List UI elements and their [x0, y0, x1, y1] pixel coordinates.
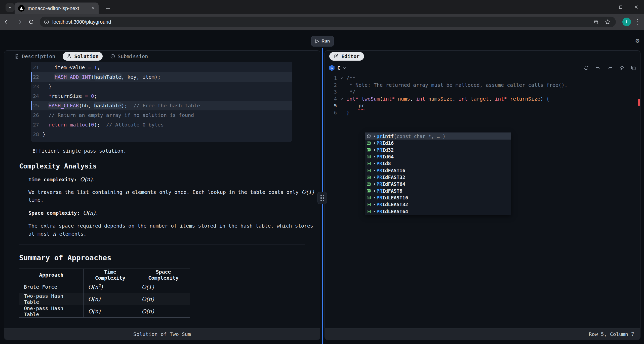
solution-code-line-26: 26 // Return an empty array if no soluti… [31, 110, 292, 120]
constant-suggestion-icon [367, 175, 371, 180]
table-cell: O(n) [84, 293, 137, 305]
browser-tab[interactable]: monaco-editor-lsp-next [15, 3, 99, 14]
language-chevron-icon[interactable] [343, 66, 346, 70]
constant-suggestion-icon [367, 209, 371, 214]
solution-code-line-27: 27 return malloc(0); // Allocate 0 bytes [31, 120, 292, 130]
constant-suggestion-icon [367, 182, 371, 186]
editor-line-5[interactable]: 5 pr [325, 102, 640, 109]
fold-chevron-icon[interactable] [340, 97, 343, 101]
settings-gear-icon[interactable]: ⚙ [635, 37, 639, 44]
close-window-button[interactable] [628, 0, 644, 14]
site-favicon [18, 5, 25, 12]
line-number: 21 [31, 63, 43, 72]
editor-line-3[interactable]: 3 */ [325, 89, 640, 96]
language-selector-label[interactable]: C [337, 65, 340, 71]
table-cell: One-pass Hash Table [19, 305, 84, 318]
url-text[interactable]: localhost:3000/playground [52, 19, 593, 25]
browser-tabstrip: monaco-editor-lsp-next [0, 0, 644, 14]
editor-line-6[interactable]: 6} [325, 109, 640, 116]
tab-submission-label: Submission [118, 53, 148, 59]
suggestion-PRId32[interactable]: •PRId32 [365, 146, 511, 153]
tab-search-button[interactable] [6, 3, 15, 12]
solution-code-line-21: 21 item→value = 1; [31, 63, 292, 72]
fold-chevron-icon[interactable] [340, 76, 343, 80]
run-button[interactable]: Run [311, 36, 334, 47]
plus-icon [106, 6, 110, 11]
address-bar[interactable]: localhost:3000/playground [40, 17, 616, 27]
tab-solution[interactable]: Solution [63, 52, 102, 61]
copy-code-button[interactable] [631, 65, 636, 71]
editor-line-4[interactable]: 4int* twoSum(int* nums, int numsSize, in… [325, 96, 640, 103]
tab-title: monaco-editor-lsp-next [28, 6, 88, 11]
browser-menu-button[interactable] [633, 17, 641, 27]
edit-pencil-icon [334, 54, 339, 59]
tab-submission[interactable]: Submission [106, 52, 152, 61]
redo-button[interactable] [607, 65, 613, 71]
solution-content[interactable]: 21 item→value = 1;22 HASH_ADD_INT(hashTa… [4, 62, 320, 340]
editor-toolbar: C C [325, 62, 640, 74]
line-number: 24 [31, 91, 43, 101]
suggestion-PRId64[interactable]: •PRId64 [365, 153, 511, 160]
window-controls [597, 0, 644, 14]
editor-line-number: 6 [325, 109, 337, 116]
suggestion-PRIdFAST64[interactable]: •PRIdFAST64 [365, 181, 511, 187]
suggestion-printf[interactable]: •printf(const char *, … ) [365, 133, 511, 140]
minimize-button[interactable] [597, 0, 613, 14]
profile-avatar[interactable]: f [622, 18, 631, 26]
line-number: 28 [31, 130, 43, 139]
table-cell: O(n) [137, 293, 190, 305]
table-cell: Two-pass Hash Table [19, 293, 84, 305]
solution-footer-title: Solution of Two Sum [133, 331, 191, 337]
tab-editor[interactable]: Editor [329, 52, 364, 61]
text-cursor [365, 103, 365, 109]
site-info-icon[interactable] [44, 19, 49, 25]
tab-editor-label: Editor [341, 53, 359, 59]
table-row: One-pass Hash TableO(n)O(n) [19, 305, 190, 318]
svg-text:C: C [331, 66, 333, 70]
bookmark-star-icon[interactable] [605, 19, 611, 25]
cursor-position-status: Row 5, Column 7 [589, 331, 634, 337]
complexity-analysis-heading: Complexity Analysis [19, 162, 320, 170]
panel-resize-handle[interactable] [317, 192, 327, 204]
table-header-space-complexity: Space Complexity [137, 269, 190, 281]
monaco-editor[interactable]: 1/**2 * Note: The returned array must be… [325, 74, 640, 340]
editor-line-2[interactable]: 2 * Note: The returned array must be mal… [325, 82, 640, 89]
editor-line-1[interactable]: 1/** [325, 75, 640, 82]
suggestion-PRIdLEAST16[interactable]: •PRIdLEAST16 [365, 194, 511, 201]
application-window: monaco-editor-lsp-next localhost:3000/pl… [0, 0, 644, 344]
constant-suggestion-icon [367, 189, 371, 193]
line-number: 26 [31, 110, 43, 120]
reset-code-button[interactable] [584, 65, 589, 71]
solution-note: Efficient single-pass solution. [32, 148, 320, 154]
constant-suggestion-icon [367, 148, 371, 152]
suggestion-PRIdLEAST32[interactable]: •PRIdLEAST32 [365, 201, 511, 208]
suggestion-PRIdLEAST64[interactable]: •PRIdLEAST64 [365, 208, 511, 215]
forward-button[interactable] [14, 17, 24, 27]
solution-code-line-23: 23 } [31, 82, 292, 91]
suggestion-PRIdFAST8[interactable]: •PRIdFAST8 [365, 188, 511, 194]
suggestion-PRId8[interactable]: •PRId8 [365, 160, 511, 167]
flask-icon [67, 54, 72, 59]
maximize-button[interactable] [613, 0, 628, 14]
solution-code-line-22: 22 HASH_ADD_INT(hashTable, key, item); [31, 72, 292, 82]
left-panel-tabs: Description Solution Submission [4, 51, 320, 62]
editor-line-number: 4 [325, 96, 337, 103]
tab-description[interactable]: Description [10, 52, 59, 61]
line-number: 27 [31, 120, 43, 130]
table-cell: O(1) [137, 281, 190, 293]
undo-button[interactable] [595, 65, 601, 71]
format-code-button[interactable] [619, 65, 624, 71]
c-language-icon: C [329, 65, 335, 71]
tab-close-icon[interactable] [91, 6, 95, 10]
suggestion-PRIdFAST16[interactable]: •PRIdFAST16 [365, 167, 511, 174]
suggestion-PRId16[interactable]: •PRId16 [365, 140, 511, 146]
back-button[interactable] [2, 17, 12, 27]
solution-footer: Solution of Two Sum [4, 328, 320, 340]
table-cell: O(n2) [84, 281, 137, 293]
error-overview-marker [638, 99, 640, 106]
document-icon [14, 54, 19, 59]
new-tab-button[interactable] [104, 4, 112, 13]
zoom-out-icon[interactable] [593, 19, 599, 25]
suggestion-PRIdFAST32[interactable]: •PRIdFAST32 [365, 174, 511, 181]
reload-button[interactable] [26, 17, 36, 27]
